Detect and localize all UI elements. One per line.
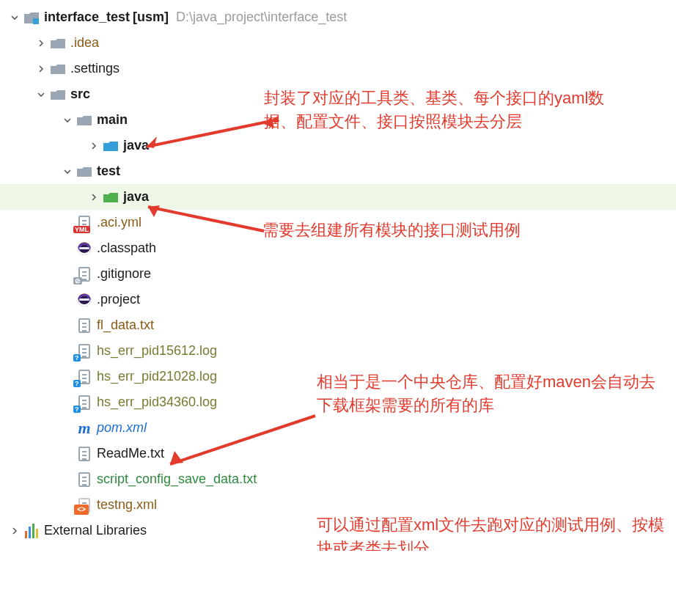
- external-libraries-icon: [23, 523, 40, 539]
- file-icon: ?: [76, 395, 92, 411]
- file-label: pom.xml: [97, 420, 147, 436]
- chevron-down-icon[interactable]: [62, 166, 73, 177]
- file-label: fl_data.txt: [97, 318, 154, 333]
- tree-item-gitignore[interactable]: ⊘ .gitignore: [0, 261, 676, 287]
- file-icon: ⊘: [76, 266, 92, 282]
- file-label: hs_err_pid21028.log: [97, 369, 217, 384]
- tree-spacer: [62, 422, 73, 434]
- folder-label: main: [97, 112, 128, 128]
- file-label: .gitignore: [97, 266, 151, 282]
- folder-icon: [50, 61, 66, 77]
- file-icon: [76, 446, 92, 462]
- yml-file-icon: YML: [76, 215, 92, 231]
- file-label: ReadMe.txt: [97, 446, 164, 461]
- folder-label: .idea: [70, 35, 99, 51]
- folder-icon: [50, 35, 66, 51]
- chevron-down-icon[interactable]: [35, 89, 47, 100]
- tree-spacer: [62, 474, 73, 485]
- tree-spacer: [62, 320, 73, 331]
- annotation-3: 相当于是一个中央仓库、配置好maven会自动去下载框架需要的所有的库: [317, 370, 669, 417]
- file-icon: ?: [76, 369, 92, 385]
- file-label: .aci.yml: [97, 215, 142, 230]
- tree-item-script-config[interactable]: script_config_save_data.txt: [0, 466, 676, 492]
- tree-item-test-java[interactable]: java: [0, 184, 676, 210]
- chevron-down-icon[interactable]: [62, 114, 73, 126]
- maven-file-icon: m: [76, 420, 92, 436]
- tree-item-test[interactable]: test: [0, 158, 676, 184]
- folder-icon: [50, 87, 66, 103]
- eclipse-file-icon: [76, 292, 92, 308]
- folder-icon: [76, 164, 92, 180]
- annotation-1: 封装了对应的工具类、基类、每个接口的yaml数据、配置文件、接口按照模块去分层: [264, 87, 616, 133]
- chevron-right-icon[interactable]: [35, 63, 47, 75]
- tree-item-settings[interactable]: .settings: [0, 56, 676, 81]
- module-folder-icon: [23, 10, 40, 26]
- file-icon: ?: [76, 343, 92, 359]
- tree-item-idea[interactable]: .idea: [0, 30, 676, 56]
- chevron-right-icon[interactable]: [88, 140, 100, 152]
- file-label: .classpath: [97, 241, 156, 256]
- folder-label: test: [97, 164, 120, 179]
- java-source-folder-icon: [103, 138, 119, 154]
- file-icon: [76, 472, 92, 488]
- tree-item-hs1[interactable]: ? hs_err_pid15612.log: [0, 338, 676, 364]
- folder-icon: [76, 112, 92, 128]
- tree-spacer: [62, 243, 73, 254]
- tree-item-pom[interactable]: m pom.xml: [0, 415, 676, 441]
- file-icon: [76, 318, 92, 334]
- tree-spacer: [62, 294, 73, 306]
- tree-item-project[interactable]: .project: [0, 287, 676, 312]
- folder-label: java: [123, 189, 149, 205]
- chevron-right-icon[interactable]: [9, 525, 21, 537]
- tree-spacer: [62, 345, 73, 357]
- project-path: D:\java_project\interface_test: [176, 10, 347, 25]
- xml-file-icon: <>: [76, 497, 92, 513]
- file-label: hs_err_pid34360.log: [97, 395, 217, 410]
- tree-spacer: [62, 268, 73, 280]
- tree-item-main-java[interactable]: java: [0, 133, 676, 158]
- folder-label: .settings: [70, 61, 120, 76]
- tree-item-fl-data[interactable]: fl_data.txt: [0, 312, 676, 338]
- tree-item-root[interactable]: interface_test [usm] D:\java_project\int…: [0, 4, 676, 30]
- tree-spacer: [62, 397, 73, 408]
- chevron-right-icon[interactable]: [88, 191, 100, 203]
- folder-label: src: [70, 87, 90, 102]
- annotation-4: 可以通过配置xml文件去跑对应的测试用例、按模块或者类去划分: [317, 513, 669, 551]
- tree-spacer: [62, 499, 73, 511]
- tree-spacer: [62, 448, 73, 460]
- svg-rect-0: [33, 18, 39, 24]
- project-vcs-suffix: [usm]: [133, 10, 169, 25]
- folder-label: java: [123, 138, 149, 153]
- eclipse-file-icon: [76, 241, 92, 257]
- chevron-down-icon[interactable]: [9, 12, 21, 23]
- external-libraries-label: External Libraries: [44, 523, 147, 538]
- file-label: script_config_save_data.txt: [97, 472, 257, 487]
- file-label: .project: [97, 292, 140, 307]
- tree-spacer: [62, 217, 73, 229]
- file-label: hs_err_pid15612.log: [97, 343, 217, 359]
- project-name: interface_test: [44, 10, 130, 25]
- java-test-folder-icon: [103, 189, 119, 205]
- arrow-icon: [169, 549, 323, 551]
- file-label: testng.xml: [97, 497, 157, 513]
- annotation-2: 需要去组建所有模块的接口测试用例: [262, 219, 614, 242]
- tree-item-readme[interactable]: ReadMe.txt: [0, 441, 676, 466]
- chevron-right-icon[interactable]: [35, 37, 47, 49]
- tree-spacer: [62, 371, 73, 383]
